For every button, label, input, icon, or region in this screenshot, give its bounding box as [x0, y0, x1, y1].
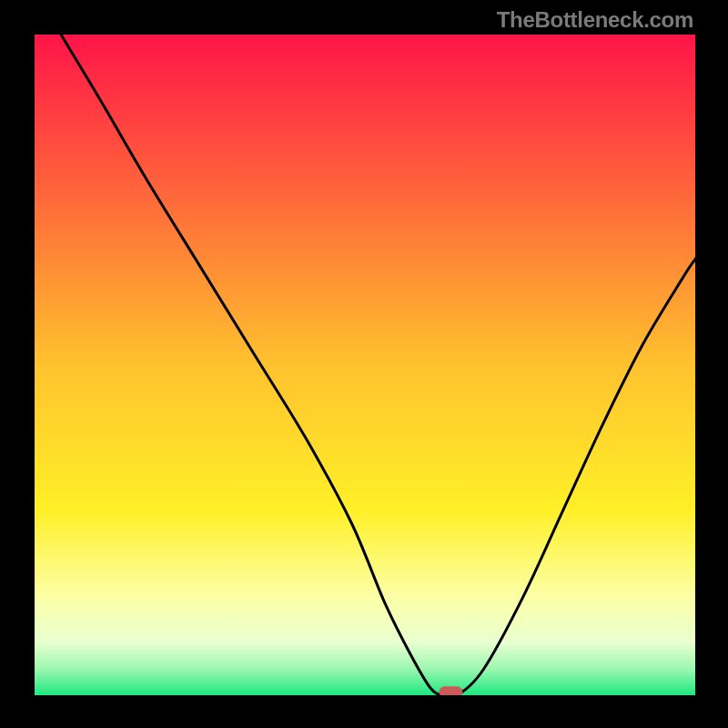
chart-container: TheBottleneck.com	[0, 0, 728, 728]
watermark-label: TheBottleneck.com	[497, 7, 693, 33]
bottleneck-curve	[35, 35, 695, 695]
plot-area	[35, 35, 695, 695]
optimal-marker	[439, 686, 462, 695]
